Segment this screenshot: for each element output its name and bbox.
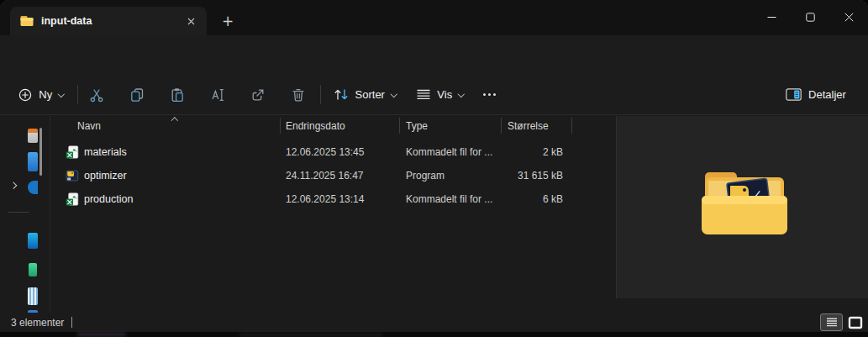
- column-header-modified[interactable]: Endringsdato: [286, 116, 345, 135]
- details-pane-label: Detaljer: [808, 88, 846, 101]
- file-size: 2 kB: [413, 140, 563, 164]
- chevron-down-icon: [58, 91, 65, 97]
- address-row: ← → ↑ Skrivebord rindals list test input…: [0, 35, 868, 74]
- copy-button[interactable]: [121, 81, 153, 108]
- view-lines-icon: [417, 89, 430, 100]
- details-pane-icon: [786, 88, 802, 101]
- item-count: 3 elementer: [11, 313, 64, 332]
- taskbar-sliver: [0, 332, 868, 337]
- home-icon[interactable]: [28, 129, 38, 143]
- folder-icon: [20, 14, 34, 28]
- details-pane: [616, 116, 868, 298]
- paste-button[interactable]: [161, 81, 193, 108]
- sort-button[interactable]: Sorter: [328, 81, 402, 108]
- more-options-button[interactable]: [474, 81, 504, 108]
- sort-arrows-icon: [334, 88, 349, 101]
- command-bar: Ny So: [0, 74, 868, 115]
- taskbar-icon-blur: [239, 334, 382, 336]
- svg-text:a,: a,: [73, 194, 77, 199]
- status-divider: [71, 317, 72, 328]
- file-size: 31 615 kB: [413, 164, 563, 187]
- tab-close-icon[interactable]: [183, 13, 198, 29]
- column-splitter[interactable]: [571, 118, 572, 134]
- large-icons-view-icon: [848, 316, 863, 329]
- share-button[interactable]: [242, 81, 274, 108]
- list-view-icon: [826, 318, 838, 327]
- column-splitter[interactable]: [399, 118, 400, 134]
- application-icon: [66, 169, 79, 182]
- file-row-materials[interactable]: a, materials 12.06.2025 13:45 Kommadelt …: [52, 140, 607, 164]
- view-button-label: Vis: [437, 88, 452, 101]
- file-modified: 24.11.2025 16:47: [286, 164, 364, 187]
- file-name: production: [84, 187, 133, 211]
- status-bar: 3 elementer: [0, 313, 868, 332]
- new-button[interactable]: Ny: [8, 81, 74, 108]
- file-name: materials: [84, 140, 127, 164]
- column-splitter[interactable]: [501, 118, 502, 134]
- navigation-pane: [0, 116, 50, 313]
- file-modified: 12.06.2025 13:14: [286, 187, 364, 211]
- toolbar-divider: [320, 85, 321, 104]
- file-row-optimizer[interactable]: optimizer 24.11.2025 16:47 Program 31 61…: [52, 164, 607, 187]
- onedrive-icon[interactable]: [28, 181, 38, 194]
- documents-icon[interactable]: [28, 287, 38, 305]
- rename-button[interactable]: [202, 81, 234, 108]
- details-view-toggle[interactable]: [820, 313, 843, 331]
- toolbar-divider: [77, 85, 78, 104]
- csv-file-icon: a,: [66, 145, 79, 159]
- details-pane-button[interactable]: Detaljer: [776, 81, 856, 108]
- column-splitter[interactable]: [280, 118, 281, 134]
- file-modified: 12.06.2025 13:45: [286, 140, 364, 164]
- chevron-down-icon: [458, 91, 465, 97]
- ellipsis-icon: [483, 93, 496, 96]
- minimize-button[interactable]: [752, 0, 791, 34]
- file-explorer-window: input-data + ← → ↑: [0, 0, 868, 332]
- gallery-icon[interactable]: [28, 152, 38, 171]
- tab-input-data[interactable]: input-data: [10, 7, 207, 35]
- column-header-size[interactable]: Størrelse: [508, 116, 549, 135]
- new-button-label: Ny: [39, 88, 52, 101]
- sidebar-scrollbar[interactable]: [39, 128, 42, 176]
- view-button[interactable]: Vis: [412, 81, 469, 108]
- desktop-icon[interactable]: [28, 233, 38, 249]
- column-header-type[interactable]: Type: [406, 116, 428, 135]
- tab-band: input-data +: [0, 0, 868, 35]
- downloads-icon[interactable]: [29, 263, 37, 276]
- csv-file-icon: a,: [66, 192, 79, 206]
- delete-button[interactable]: [282, 81, 314, 108]
- new-tab-button[interactable]: +: [217, 10, 239, 32]
- folder-preview-icon: [698, 167, 791, 245]
- tab-title: input-data: [41, 15, 183, 27]
- thumbnail-view-toggle[interactable]: [846, 314, 864, 330]
- file-row-production[interactable]: a, production 12.06.2025 13:14 Kommadelt…: [52, 187, 607, 211]
- file-size: 6 kB: [413, 187, 563, 211]
- column-header-name[interactable]: Navn: [77, 116, 101, 135]
- file-list: Navn Endringsdato Type Størrelse a,: [50, 116, 615, 313]
- plus-circle-icon: [18, 88, 32, 102]
- window-controls: [752, 0, 868, 34]
- screenshot: input-data + ← → ↑: [0, 0, 868, 337]
- sort-ascending-icon: [171, 118, 178, 124]
- cut-button[interactable]: [81, 81, 113, 108]
- maximize-button[interactable]: [791, 0, 829, 34]
- sort-button-label: Sorter: [355, 88, 385, 101]
- expand-chevron-icon[interactable]: [10, 182, 17, 189]
- sidebar-divider: [8, 212, 29, 213]
- taskbar-icon-blur: [77, 333, 126, 336]
- svg-text:a,: a,: [73, 147, 77, 152]
- file-name: optimizer: [84, 164, 127, 187]
- main-area: Navn Endringsdato Type Størrelse a,: [0, 116, 868, 313]
- close-window-button[interactable]: [829, 0, 868, 34]
- chevron-down-icon: [391, 91, 397, 97]
